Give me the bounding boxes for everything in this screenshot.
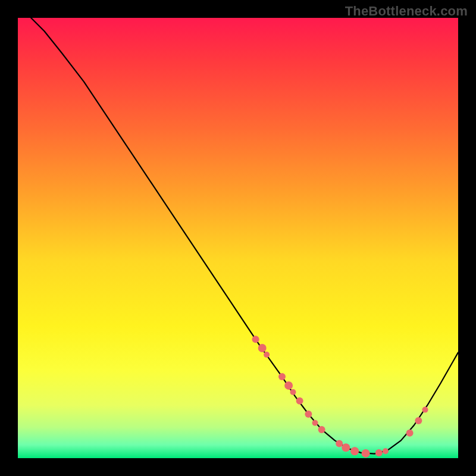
scatter-dot xyxy=(278,373,286,380)
scatter-dot xyxy=(415,417,422,424)
scatter-dot xyxy=(305,411,312,418)
scatter-dot xyxy=(336,440,343,447)
scatter-dot xyxy=(284,381,293,390)
scatter-dot xyxy=(362,449,370,458)
scatter-dot xyxy=(383,448,389,454)
bottleneck-curve xyxy=(31,18,458,454)
scatter-dot xyxy=(258,344,267,352)
scatter-dot xyxy=(406,430,414,437)
scatter-dot xyxy=(342,443,350,452)
scatter-dot xyxy=(350,447,359,455)
chart-svg xyxy=(18,18,458,458)
scatter-dot xyxy=(422,407,428,413)
scatter-dot xyxy=(296,397,303,405)
scatter-dot xyxy=(318,426,325,433)
scatter-dot xyxy=(312,420,318,426)
chart-area xyxy=(18,18,458,458)
scatter-dot xyxy=(290,389,296,395)
watermark-text: TheBottleneck.com xyxy=(345,4,468,19)
scatter-dot xyxy=(252,336,259,343)
scatter-dot xyxy=(375,449,383,456)
scatter-dot xyxy=(264,352,270,358)
